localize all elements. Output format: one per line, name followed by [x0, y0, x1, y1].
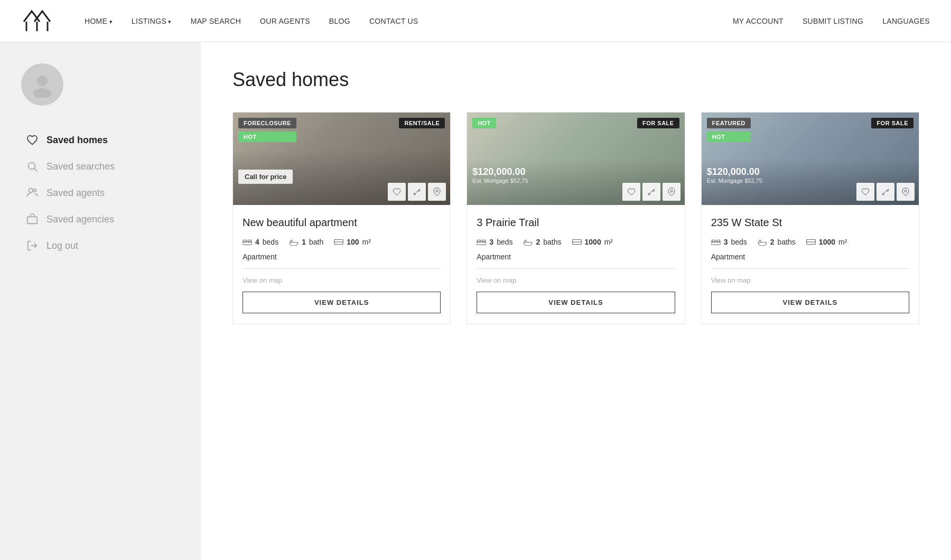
favorite-button-2[interactable]: [622, 183, 640, 201]
nav-submit-listing[interactable]: SUBMIT LISTING: [803, 17, 863, 25]
card-specs-3: 3 beds 2 baths 1000 m²: [711, 238, 909, 246]
badge-for-sale-2: FOR SALE: [637, 118, 679, 128]
sidebar-item-saved-agencies[interactable]: Saved agencies: [21, 206, 185, 232]
card-divider-2: [477, 268, 675, 269]
property-card-2: HOT FOR SALE $120,000.00 Est. Mortgage $…: [467, 112, 685, 324]
badge-for-sale-3: FOR SALE: [871, 118, 913, 128]
spec-baths-1: 1 bath: [289, 238, 323, 246]
view-details-button-1[interactable]: VIEW DETAILS: [243, 292, 441, 313]
sidebar-label-saved-homes: Saved homes: [46, 135, 108, 146]
card-specs-2: 3 beds 2 baths 1000 m²: [477, 238, 675, 246]
call-for-price: Call for price: [238, 170, 293, 184]
cards-grid: FORECLOSURE HOT RENT/SALE Call for price: [232, 112, 919, 324]
baths-count-1: 1: [302, 238, 306, 246]
beds-label-3: beds: [731, 238, 747, 246]
navbar: HOME LISTINGS MAP SEARCH OUR AGENTS BLOG…: [0, 0, 951, 42]
view-on-map-2[interactable]: View on map: [477, 276, 675, 284]
share-button-3[interactable]: [877, 183, 894, 201]
card-divider-1: [243, 268, 441, 269]
badge-hot-1: HOT: [238, 132, 296, 142]
beds-count-3: 3: [724, 238, 728, 246]
badge-row-2: HOT FOR SALE: [472, 118, 679, 128]
price-overlay-2: $120,000.00 Est. Mortgage $52,75: [472, 166, 528, 184]
spec-area-2: 1000 m²: [572, 238, 613, 246]
card-title-1: New beautiful apartment: [243, 216, 441, 229]
area-unit-1: m²: [362, 238, 371, 246]
view-on-map-3[interactable]: View on map: [711, 276, 909, 284]
card-body-2: 3 Prairie Trail 3 beds 2 baths: [467, 205, 684, 324]
nav-my-account[interactable]: MY ACCOUNT: [733, 17, 784, 25]
avatar: [21, 63, 63, 106]
price-3: $120,000.00: [707, 166, 762, 178]
nav-listings[interactable]: LISTINGS: [132, 17, 172, 25]
card-title-3: 235 W State St: [711, 216, 909, 229]
spec-beds-1: 4 beds: [243, 238, 278, 246]
map-button-1[interactable]: [428, 183, 446, 201]
card-divider-3: [711, 268, 909, 269]
badge-rent-sale: RENT/SALE: [399, 118, 445, 128]
view-on-map-1[interactable]: View on map: [243, 276, 441, 284]
badge-row-1: FORECLOSURE HOT RENT/SALE: [238, 118, 445, 142]
svg-point-8: [33, 189, 36, 192]
card-actions-3: [856, 183, 915, 201]
badge-row-3: FEATURED HOT FOR SALE: [707, 118, 913, 142]
share-button-1[interactable]: [408, 183, 426, 201]
map-button-3[interactable]: [897, 183, 915, 201]
sidebar-item-log-out[interactable]: Log out: [21, 232, 185, 259]
view-details-button-3[interactable]: VIEW DETAILS: [711, 292, 909, 313]
favorite-button-1[interactable]: [388, 183, 406, 201]
nav-contact-us[interactable]: CONTACT US: [369, 17, 418, 25]
area-unit-2: m²: [604, 238, 613, 246]
svg-point-17: [670, 190, 673, 192]
sidebar-item-saved-agents[interactable]: Saved agents: [21, 180, 185, 206]
sidebar-label-saved-searches: Saved searches: [46, 161, 115, 172]
mortgage-2: Est. Mortgage $52,75: [472, 178, 528, 184]
spec-beds-2: 3 beds: [477, 238, 512, 246]
baths-count-3: 2: [770, 238, 775, 246]
favorite-button-3[interactable]: [856, 183, 874, 201]
svg-rect-18: [477, 241, 486, 245]
property-card-1: FORECLOSURE HOT RENT/SALE Call for price: [232, 112, 451, 324]
badge-left-2: HOT: [472, 118, 496, 128]
card-title-2: 3 Prairie Trail: [477, 216, 675, 229]
beds-count-1: 4: [255, 238, 259, 246]
card-type-2: Apartment: [477, 253, 675, 261]
price-2: $120,000.00: [472, 166, 528, 178]
nav-map-search[interactable]: MAP SEARCH: [191, 17, 241, 25]
svg-point-7: [29, 189, 33, 192]
page-title: Saved homes: [232, 69, 919, 91]
spec-beds-3: 3 beds: [711, 238, 747, 246]
svg-rect-14: [248, 240, 251, 242]
svg-rect-9: [27, 217, 37, 223]
spec-baths-2: 2 baths: [523, 238, 561, 246]
card-actions-2: [622, 183, 680, 201]
badge-hot-3: HOT: [707, 132, 751, 142]
nav-blog[interactable]: BLOG: [329, 17, 350, 25]
sidebar-item-saved-searches[interactable]: Saved searches: [21, 153, 185, 180]
map-button-2[interactable]: [663, 183, 680, 201]
badge-featured: FEATURED: [707, 118, 751, 128]
nav-languages[interactable]: LANGUAGES: [882, 17, 930, 25]
property-card-3: FEATURED HOT FOR SALE $120,000.00 Est. M…: [701, 112, 919, 324]
mortgage-3: Est. Mortgage $52,75: [707, 178, 762, 184]
nav-our-agents[interactable]: OUR AGENTS: [260, 17, 310, 25]
share-button-2[interactable]: [642, 183, 660, 201]
badge-left-3: FEATURED HOT: [707, 118, 751, 142]
price-overlay-3: $120,000.00 Est. Mortgage $52,75: [707, 166, 762, 184]
sidebar-label-log-out: Log out: [46, 240, 78, 251]
card-type-1: Apartment: [243, 253, 441, 261]
sidebar-label-saved-agencies: Saved agencies: [46, 214, 114, 225]
svg-point-5: [29, 163, 35, 170]
card-body-3: 235 W State St 3 beds 2 baths: [702, 205, 919, 324]
sidebar-item-saved-homes[interactable]: Saved homes: [21, 127, 185, 153]
beds-count-2: 3: [489, 238, 493, 246]
logo-icon[interactable]: [21, 6, 53, 36]
svg-rect-12: [243, 241, 252, 245]
nav-home[interactable]: HOME: [85, 17, 113, 25]
badge-foreclosure: FORECLOSURE: [238, 118, 296, 128]
svg-point-23: [905, 190, 907, 192]
badge-hot-2: HOT: [472, 118, 496, 128]
svg-line-6: [34, 169, 37, 171]
card-type-3: Apartment: [711, 253, 909, 261]
view-details-button-2[interactable]: VIEW DETAILS: [477, 292, 675, 313]
